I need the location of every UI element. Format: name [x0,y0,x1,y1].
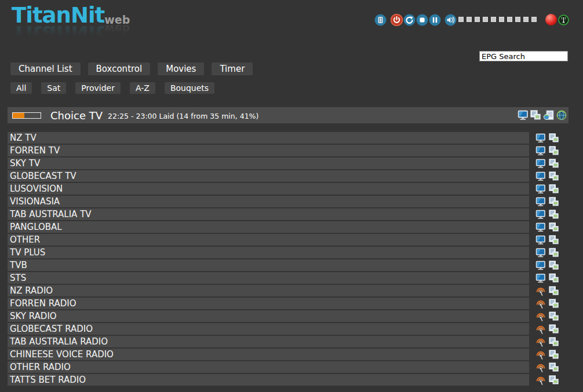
epg-list-button[interactable] [549,273,559,283]
channel-select-bar[interactable]: TAB AUSTRALIA TV [8,208,529,220]
web-stream-button[interactable] [556,110,567,120]
volume-segment[interactable] [467,17,472,22]
record-indicator-button[interactable] [545,14,557,25]
epg-list-button[interactable] [549,375,559,385]
epg-list-button[interactable] [549,248,559,258]
filter-tabs: AllSatProviderA-ZBouquets [10,82,214,94]
epg-list-button[interactable] [549,286,559,296]
volume-segment[interactable] [523,17,529,22]
filter-bouquets[interactable]: Bouquets [165,82,214,94]
channel-select-bar[interactable]: TVB [8,259,529,271]
power-button[interactable] [391,14,403,26]
epg-list-button[interactable] [549,312,559,321]
epg-list-button[interactable] [549,299,559,309]
signal-button[interactable] [558,14,570,27]
epg-search-input[interactable] [479,51,568,61]
watch-tv-button[interactable] [535,159,546,168]
epg-list-button[interactable] [549,350,559,360]
filter-provider[interactable]: Provider [75,82,121,94]
radio-antenna-icon [535,362,546,372]
channel-name: NZ TV [8,133,37,143]
epg-list-button[interactable] [549,337,559,347]
channel-select-bar[interactable]: TAB AUSTRALIA RADIO [8,336,529,347]
listen-radio-button[interactable] [535,337,546,347]
listen-radio-button[interactable] [535,286,546,296]
volume-segment[interactable] [531,17,537,22]
epg-list-button[interactable] [549,184,559,194]
channel-select-bar[interactable]: NZ RADIO [8,285,529,296]
channel-select-bar[interactable]: TV PLUS [8,247,529,258]
channel-select-bar[interactable]: SKY RADIO [8,310,529,322]
watch-tv-button[interactable] [535,248,546,258]
volume-segment[interactable] [499,17,504,22]
volume-segment[interactable] [483,17,488,22]
channel-select-bar[interactable]: STS [8,272,529,284]
listen-radio-button[interactable] [535,312,546,321]
reload-button[interactable] [403,14,416,26]
listen-radio-button[interactable] [535,299,546,309]
channel-select-bar[interactable]: GLOBECAST TV [8,170,529,182]
channel-select-bar[interactable]: FORREN TV [8,145,529,156]
volume-segment[interactable] [491,17,496,22]
channel-select-bar[interactable]: CHINEESE VOICE RADIO [8,349,529,360]
filter-a-z[interactable]: A-Z [130,82,155,94]
epg-list-button[interactable] [530,110,541,120]
app-logo: TitanNitweb TitanNitweb [12,5,130,44]
watch-tv-button[interactable] [518,110,529,120]
epg-list-button[interactable] [549,235,559,245]
epg-list-button[interactable] [549,261,559,270]
volume-segment[interactable] [475,17,480,22]
listen-radio-button[interactable] [535,350,546,360]
epg-list-button[interactable] [549,210,559,219]
channel-select-bar[interactable]: OTHER RADIO [8,361,529,373]
channel-select-bar[interactable]: OTHER [8,234,529,246]
channel-row-actions [535,349,559,360]
epg-list-button[interactable] [549,133,559,143]
filter-all[interactable]: All [10,82,32,94]
listen-radio-button[interactable] [535,375,546,385]
channel-select-bar[interactable]: LUSOVISION [8,183,529,195]
channel-select-bar[interactable]: GLOBECAST RADIO [8,323,529,335]
stop-button[interactable] [416,14,428,26]
channel-list: NZ TV [8,132,559,387]
listen-radio-button[interactable] [535,324,546,334]
nav-movies[interactable]: Movies [158,63,204,75]
watch-tv-button[interactable] [535,197,546,207]
nav-channel-list[interactable]: Channel List [10,63,81,75]
epg-list-button[interactable] [549,171,559,181]
watch-tv-button[interactable] [535,210,546,219]
tv-screen-icon [535,210,546,219]
watch-tv-button[interactable] [535,171,546,181]
nav-timer[interactable]: Timer [212,63,253,75]
keypad-button[interactable] [374,14,387,26]
volume-segment[interactable] [458,17,464,22]
epg-list-button[interactable] [549,222,559,232]
epg-list-button[interactable] [549,146,559,156]
volume-segment[interactable] [507,17,512,22]
watch-tv-button[interactable] [535,273,546,283]
nav-boxcontrol[interactable]: Boxcontrol [88,63,151,75]
volume-segment[interactable] [515,17,520,22]
epg-list-button[interactable] [549,159,559,168]
watch-tv-button[interactable] [535,261,546,270]
watch-tv-button[interactable] [535,146,546,156]
channel-select-bar[interactable]: TATTS BET RADIO [8,374,529,386]
channel-select-bar[interactable]: SKY TV [8,157,529,169]
channel-select-bar[interactable]: VISIONASIA [8,196,529,207]
volume-mute-button[interactable] [444,14,457,26]
listen-radio-button[interactable] [535,362,546,372]
watch-tv-button[interactable] [535,184,546,194]
volume-bar[interactable] [458,17,537,22]
filter-sat[interactable]: Sat [41,82,66,94]
stream-file-button[interactable] [543,110,555,120]
pause-button[interactable] [429,14,441,26]
channel-select-bar[interactable]: NZ TV [8,132,529,144]
epg-list-button[interactable] [549,197,559,207]
watch-tv-button[interactable] [535,235,546,245]
watch-tv-button[interactable] [535,133,546,143]
channel-select-bar[interactable]: FORREN RADIO [8,298,529,309]
epg-list-button[interactable] [549,362,559,372]
watch-tv-button[interactable] [535,222,546,232]
epg-list-button[interactable] [549,324,559,334]
channel-select-bar[interactable]: PANGLOBAL [8,221,529,233]
